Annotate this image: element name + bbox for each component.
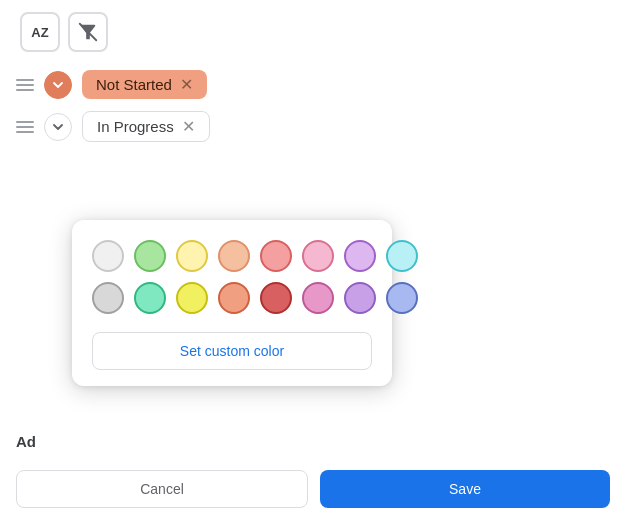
filter-rows: Not Started ✕ In Progress ✕	[16, 70, 610, 142]
in-progress-label: In Progress	[97, 118, 174, 135]
color-swatch-c7[interactable]	[344, 240, 376, 272]
color-grid	[92, 240, 372, 314]
add-label: Ad	[16, 433, 36, 450]
save-button[interactable]: Save	[320, 470, 610, 508]
not-started-tag[interactable]: Not Started ✕	[82, 70, 207, 99]
chevron-down-icon-1	[52, 79, 64, 91]
color-swatch-d5[interactable]	[260, 282, 292, 314]
color-swatch-d1[interactable]	[92, 282, 124, 314]
color-swatch-d6[interactable]	[302, 282, 334, 314]
color-swatch-c5[interactable]	[260, 240, 292, 272]
color-swatch-d2[interactable]	[134, 282, 166, 314]
color-swatch-c3[interactable]	[176, 240, 208, 272]
drag-handle-2[interactable]	[16, 121, 34, 133]
set-custom-color-button[interactable]: Set custom color	[92, 332, 372, 370]
filter-icon	[77, 21, 99, 43]
filter-button[interactable]	[68, 12, 108, 52]
in-progress-remove[interactable]: ✕	[182, 119, 195, 135]
az-sort-button[interactable]: AZ	[20, 12, 60, 52]
dropdown-circle-1[interactable]	[44, 71, 72, 99]
color-swatch-c1[interactable]	[92, 240, 124, 272]
color-swatch-d7[interactable]	[344, 282, 376, 314]
color-swatch-d8[interactable]	[386, 282, 418, 314]
dropdown-circle-2[interactable]	[44, 113, 72, 141]
not-started-label: Not Started	[96, 76, 172, 93]
color-swatch-d4[interactable]	[218, 282, 250, 314]
cancel-button[interactable]: Cancel	[16, 470, 308, 508]
not-started-remove[interactable]: ✕	[180, 77, 193, 93]
bottom-bar: Cancel Save	[0, 458, 626, 520]
az-icon: AZ	[31, 25, 48, 40]
color-swatch-c6[interactable]	[302, 240, 334, 272]
color-swatch-c8[interactable]	[386, 240, 418, 272]
main-area: AZ Not Started ✕	[0, 0, 626, 520]
color-swatch-d3[interactable]	[176, 282, 208, 314]
in-progress-tag[interactable]: In Progress ✕	[82, 111, 210, 142]
filter-row-2: In Progress ✕	[16, 111, 610, 142]
chevron-down-icon-2	[52, 121, 64, 133]
color-picker-popup: Set custom color	[72, 220, 392, 386]
filter-row-1: Not Started ✕	[16, 70, 610, 99]
drag-handle-1[interactable]	[16, 79, 34, 91]
color-swatch-c4[interactable]	[218, 240, 250, 272]
color-swatch-c2[interactable]	[134, 240, 166, 272]
toolbar: AZ	[16, 12, 610, 52]
